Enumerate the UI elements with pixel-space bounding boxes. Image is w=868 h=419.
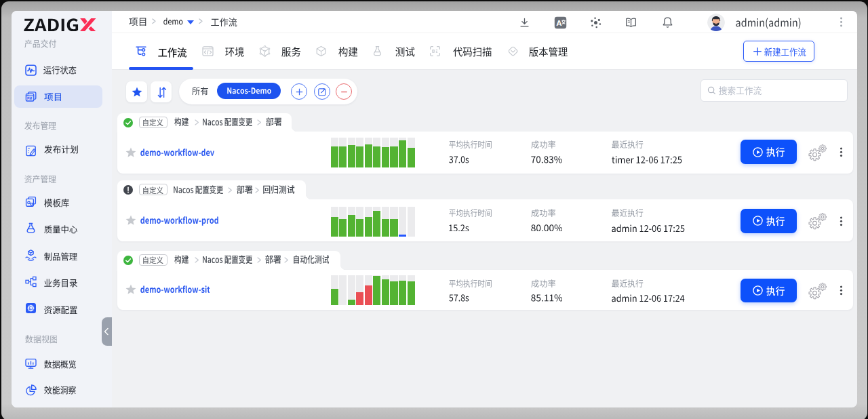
svg-text:PM: PM bbox=[27, 97, 32, 100]
svg-text:A: A bbox=[556, 18, 561, 26]
